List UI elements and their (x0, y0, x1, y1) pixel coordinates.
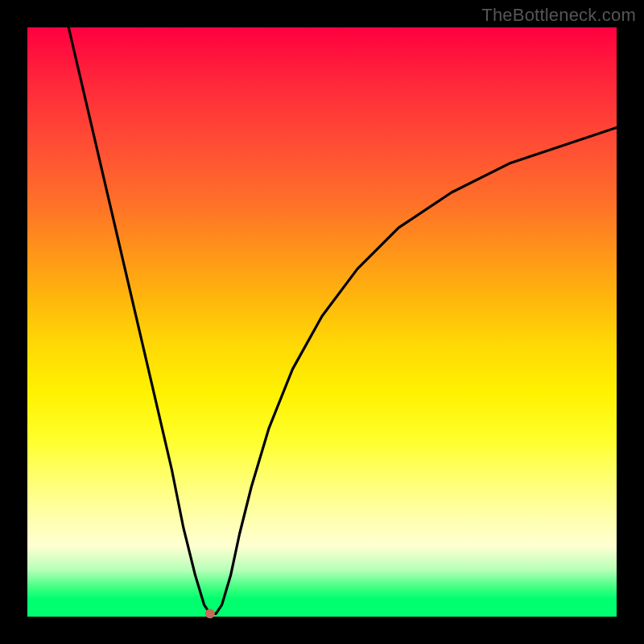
plot-area (27, 27, 617, 617)
bottleneck-curve (68, 27, 617, 613)
chart-svg (27, 27, 617, 617)
vertex-marker (205, 609, 215, 618)
watermark-label: TheBottleneck.com (481, 5, 636, 26)
chart-frame: TheBottleneck.com (0, 0, 644, 644)
